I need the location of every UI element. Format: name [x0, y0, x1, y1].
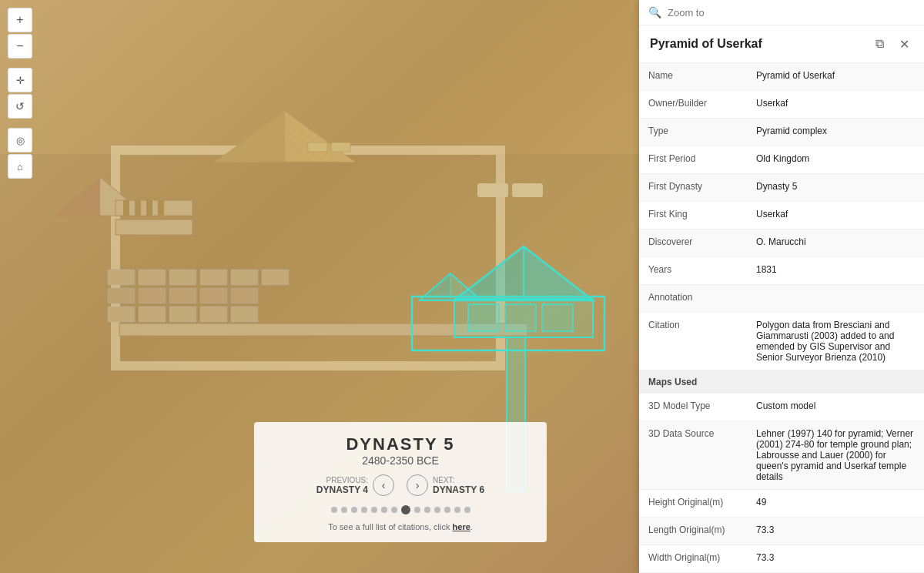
zoom-in-button[interactable]: +: [8, 8, 32, 32]
table-row: Height Original(m)49: [639, 490, 924, 518]
table-row: Owner/BuilderUserkaf: [639, 91, 924, 119]
compass-button[interactable]: ✛: [8, 68, 32, 92]
field-label-9: Citation: [639, 313, 747, 370]
panel-actions: ⧉ ✕: [870, 35, 913, 53]
field-label-1: Owner/Builder: [639, 91, 747, 118]
prev-label: PREVIOUS:: [316, 476, 368, 484]
field-value-3: Old Kingdom: [747, 146, 924, 173]
rotate-button[interactable]: ↺: [8, 94, 32, 119]
table-row: First DynastyDynasty 5: [639, 174, 924, 202]
timeline-dot-13[interactable]: [464, 507, 470, 513]
table-row: DiscovererO. Marucchi: [639, 230, 924, 257]
prev-dynasty-button[interactable]: PREVIOUS: DYNASTY 4 ‹: [316, 474, 394, 496]
dynasty-panel: DYNASTY 5 2480-2350 BCE PREVIOUS: DYNAST…: [254, 422, 547, 542]
field-value-4: Dynasty 5: [747, 174, 924, 201]
timeline-dot-12[interactable]: [454, 507, 460, 513]
field-value-12: Lehner (1997) 140 for pyramid; Verner (2…: [747, 421, 924, 489]
field-value-2: Pyramid complex: [747, 119, 924, 146]
table-row: NamePyramid of Userkaf: [639, 63, 924, 91]
svg-rect-21: [231, 270, 258, 285]
field-value-9: Polygon data from Bresciani and Giammaru…: [747, 313, 924, 370]
svg-rect-12: [116, 219, 192, 235]
globe-button[interactable]: ◎: [8, 128, 32, 152]
field-value-0: Pyramid of Userkaf: [747, 63, 924, 90]
field-label-5: First King: [639, 202, 747, 229]
dynasty-title: DYNASTY 5: [270, 434, 531, 454]
timeline-dot-3[interactable]: [361, 507, 367, 513]
svg-rect-20: [200, 270, 227, 285]
copy-panel-button[interactable]: ⧉: [870, 35, 889, 53]
timeline-dots: [270, 505, 531, 514]
field-label-3: First Period: [639, 146, 747, 173]
next-arrow[interactable]: ›: [407, 474, 428, 496]
field-label-14: Length Original(m): [639, 518, 747, 545]
table-row: First KingUserkaf: [639, 202, 924, 230]
svg-rect-15: [146, 200, 152, 216]
table-row: 3D Model TypeCustom model: [639, 394, 924, 421]
info-panel: 🔍 Pyramid of Userkaf ⧉ ✕ NamePyramid of …: [639, 0, 924, 573]
prev-arrow[interactable]: ‹: [373, 474, 394, 496]
field-label-7: Years: [639, 257, 747, 284]
field-label-6: Discoverer: [639, 230, 747, 256]
timeline-dot-11[interactable]: [444, 507, 450, 513]
zoom-out-button[interactable]: −: [8, 34, 32, 59]
field-value-5: Userkaf: [747, 202, 924, 229]
svg-rect-14: [135, 200, 141, 216]
table-row: CitationPolygon data from Bresciani and …: [639, 313, 924, 370]
timeline-dot-2[interactable]: [351, 507, 357, 513]
svg-rect-42: [542, 304, 573, 331]
table-row: 3D Data SourceLehner (1997) 140 for pyra…: [639, 421, 924, 490]
svg-rect-17: [108, 270, 135, 285]
svg-rect-31: [200, 307, 227, 322]
timeline-dot-9[interactable]: [424, 507, 430, 513]
table-row: Length Original(m)73.3: [639, 518, 924, 545]
timeline-dot-1[interactable]: [341, 507, 347, 513]
timeline-dot-10[interactable]: [434, 507, 440, 513]
field-value-13: 49: [747, 490, 924, 517]
field-label-11: 3D Model Type: [639, 394, 747, 421]
field-label-13: Height Original(m): [639, 490, 747, 517]
svg-rect-13: [123, 200, 129, 216]
field-value-14: 73.3: [747, 518, 924, 545]
timeline-dot-4[interactable]: [371, 507, 377, 513]
svg-rect-32: [231, 307, 258, 322]
section-row-10: Maps Used: [639, 370, 924, 394]
field-value-8: [747, 285, 924, 312]
svg-rect-48: [331, 142, 350, 152]
timeline-dot-0[interactable]: [331, 507, 337, 513]
close-panel-button[interactable]: ✕: [895, 35, 913, 53]
field-value-11: Custom model: [747, 394, 924, 421]
svg-rect-24: [139, 288, 166, 303]
svg-rect-46: [512, 183, 543, 197]
panel-title: Pyramid of Userkaf: [650, 37, 762, 51]
table-row: Years1831: [639, 257, 924, 285]
timeline-dot-8[interactable]: [414, 507, 420, 513]
home-button[interactable]: ⌂: [8, 154, 32, 179]
prev-dynasty-name: DYNASTY 4: [316, 484, 368, 495]
timeline-dot-6[interactable]: [391, 507, 397, 513]
timeline-dot-5[interactable]: [381, 507, 387, 513]
panel-header: Pyramid of Userkaf ⧉ ✕: [639, 25, 924, 63]
svg-rect-47: [308, 142, 327, 152]
svg-rect-18: [139, 270, 166, 285]
table-row: TypePyramid complex: [639, 119, 924, 146]
field-label-2: Type: [639, 119, 747, 146]
citation-link[interactable]: here: [453, 522, 470, 531]
svg-rect-23: [108, 288, 135, 303]
next-dynasty-button[interactable]: › NEXT: DYNASTY 6: [407, 474, 484, 496]
search-bar: 🔍: [639, 0, 924, 25]
svg-rect-45: [477, 183, 508, 197]
field-label-12: 3D Data Source: [639, 421, 747, 489]
panel-body[interactable]: NamePyramid of UserkafOwner/BuilderUserk…: [639, 63, 924, 573]
next-dynasty-name: DYNASTY 6: [433, 484, 484, 495]
svg-rect-30: [169, 307, 196, 322]
field-label-0: Name: [639, 63, 747, 90]
svg-rect-19: [169, 270, 196, 285]
svg-rect-27: [231, 288, 258, 303]
svg-rect-28: [108, 307, 135, 322]
svg-rect-16: [158, 200, 164, 216]
search-input[interactable]: [668, 7, 915, 18]
svg-rect-25: [169, 288, 196, 303]
timeline-dot-7[interactable]: [401, 505, 410, 514]
field-label-15: Width Original(m): [639, 545, 747, 572]
